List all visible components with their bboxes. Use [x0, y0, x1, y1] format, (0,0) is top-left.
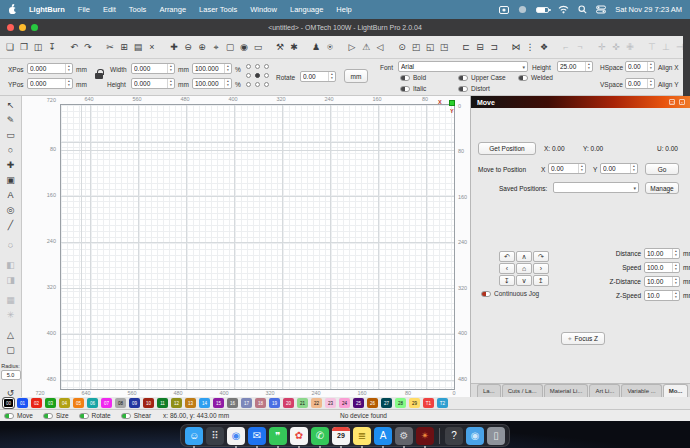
- status-toggle[interactable]: Rotate: [79, 412, 111, 419]
- radius-input[interactable]: 5.0: [1, 370, 21, 380]
- continuous-jog-toggle[interactable]: Continuous Jog: [481, 290, 539, 297]
- send-job[interactable]: ◁: [373, 39, 387, 55]
- height-input[interactable]: 0.000: [131, 78, 175, 89]
- messages[interactable]: ❞: [269, 427, 287, 445]
- preview-window[interactable]: ▭: [251, 39, 265, 55]
- menu-language[interactable]: Language: [290, 5, 323, 14]
- polygon-tool[interactable]: △: [3, 328, 19, 343]
- palette-chip[interactable]: T2: [437, 398, 448, 408]
- align-top[interactable]: ⊤: [645, 39, 659, 55]
- photos[interactable]: ✿: [290, 427, 308, 445]
- pan[interactable]: ✚: [167, 39, 181, 55]
- rotate-input[interactable]: 0.00: [300, 71, 336, 82]
- spinner[interactable]: [630, 164, 637, 173]
- nest-corner-b[interactable]: ¬: [573, 39, 587, 55]
- position-tool[interactable]: ◎: [3, 203, 19, 218]
- lock-aspect-icon[interactable]: [95, 73, 103, 79]
- save-file[interactable]: ◫: [31, 39, 45, 55]
- align-left[interactable]: ⊏: [459, 39, 473, 55]
- palette-chip[interactable]: 12: [171, 398, 182, 408]
- jog-button[interactable]: ∨: [516, 275, 532, 286]
- panel-tab[interactable]: La...: [477, 384, 501, 397]
- draw-lines-tool[interactable]: ✎: [3, 113, 19, 128]
- palette-chip[interactable]: T1: [423, 398, 434, 408]
- redo[interactable]: ↷: [81, 39, 95, 55]
- panel-tab[interactable]: Variable ...: [621, 384, 661, 397]
- delete[interactable]: ×: [145, 39, 159, 55]
- menu-laser-tools[interactable]: Laser Tools: [199, 5, 237, 14]
- jog-button[interactable]: ⌂: [516, 263, 532, 274]
- search-icon[interactable]: [578, 5, 587, 14]
- palette-chip[interactable]: 00: [3, 398, 14, 408]
- workspace-grid[interactable]: [60, 104, 455, 390]
- palette-chip[interactable]: 03: [45, 398, 56, 408]
- palette-chip[interactable]: 01: [17, 398, 28, 408]
- group-shapes[interactable]: ❖: [537, 39, 551, 55]
- trace-image[interactable]: ✱: [287, 39, 301, 55]
- ypos-input[interactable]: 0.000: [27, 78, 73, 89]
- screenshot-icon[interactable]: [499, 5, 509, 14]
- record-icon[interactable]: [518, 5, 527, 14]
- palette-chip[interactable]: 16: [227, 398, 238, 408]
- palette-chip[interactable]: 15: [213, 398, 224, 408]
- upper-case-toggle[interactable]: Upper Case: [458, 74, 506, 81]
- menu-window[interactable]: Window: [250, 5, 277, 14]
- spinner[interactable]: [672, 249, 679, 258]
- zoom-to-selection[interactable]: ⌖: [209, 39, 223, 55]
- rounded-rect-tool[interactable]: ▢: [3, 343, 19, 358]
- spinner[interactable]: [224, 64, 231, 73]
- paste[interactable]: ▤: [131, 39, 145, 55]
- palette-chip[interactable]: 20: [283, 398, 294, 408]
- menu-edit[interactable]: Edit: [103, 5, 116, 14]
- status-toggle[interactable]: Size: [43, 412, 69, 419]
- snap-center[interactable]: ✛: [595, 39, 609, 55]
- undo[interactable]: ↶: [67, 39, 81, 55]
- battery-icon[interactable]: [536, 7, 549, 13]
- text-tool[interactable]: A: [3, 188, 19, 203]
- saved-positions-combo[interactable]: ▾: [553, 182, 639, 193]
- notes[interactable]: ≣: [353, 427, 371, 445]
- width-percent-input[interactable]: 100.000: [192, 63, 232, 74]
- panel-tab[interactable]: Mo...: [663, 384, 689, 397]
- snap-to-grid[interactable]: ✙: [623, 39, 637, 55]
- menu-app[interactable]: LightBurn: [29, 5, 65, 14]
- measure-tool[interactable]: ╱: [3, 218, 19, 233]
- distort-toggle[interactable]: Distort: [458, 85, 490, 92]
- menu-help[interactable]: Help: [336, 5, 351, 14]
- boolean-difference-tool[interactable]: ◨: [3, 273, 19, 288]
- rectangle-tool[interactable]: ▭: [3, 128, 19, 143]
- palette-chip[interactable]: 09: [129, 398, 140, 408]
- move-to-lower-left[interactable]: ◱: [423, 39, 437, 55]
- select-tool[interactable]: ↖: [3, 98, 19, 113]
- align-center[interactable]: ⊟: [473, 39, 487, 55]
- italic-toggle[interactable]: Italic: [400, 85, 426, 92]
- xpos-input[interactable]: 0.000: [27, 63, 73, 74]
- width-input[interactable]: 0.000: [131, 63, 175, 74]
- palette-chip[interactable]: 14: [199, 398, 210, 408]
- spinner[interactable]: [167, 64, 174, 73]
- position-laser[interactable]: ♟: [309, 39, 323, 55]
- trash[interactable]: ▯: [487, 427, 505, 445]
- jog-field-input[interactable]: 100.0: [644, 262, 680, 273]
- hspace-input[interactable]: 0.00: [625, 61, 655, 72]
- jog-button[interactable]: ‹: [499, 263, 515, 274]
- palette-chip[interactable]: 23: [325, 398, 336, 408]
- move-y-input[interactable]: 0.00: [600, 163, 638, 174]
- jog-button[interactable]: ∧: [516, 251, 532, 262]
- undock-panel-icon[interactable]: ❐: [669, 99, 675, 105]
- palette-chip[interactable]: 26: [367, 398, 378, 408]
- lightburn[interactable]: ✴: [416, 427, 434, 445]
- spinner[interactable]: [328, 72, 335, 81]
- move-to-selection[interactable]: ◳: [437, 39, 451, 55]
- status-toggle[interactable]: Move: [4, 412, 33, 419]
- palette-chip[interactable]: 02: [31, 398, 42, 408]
- palette-chip[interactable]: 25: [353, 398, 364, 408]
- spinner[interactable]: [167, 79, 174, 88]
- cut[interactable]: ✂: [103, 39, 117, 55]
- minimize-window-button[interactable]: [19, 24, 26, 31]
- palette-chip[interactable]: 08: [115, 398, 126, 408]
- palette-chip[interactable]: 07: [101, 398, 112, 408]
- close-panel-icon[interactable]: ×: [679, 99, 685, 105]
- open-file[interactable]: ❐: [17, 39, 31, 55]
- spinner[interactable]: [672, 277, 679, 286]
